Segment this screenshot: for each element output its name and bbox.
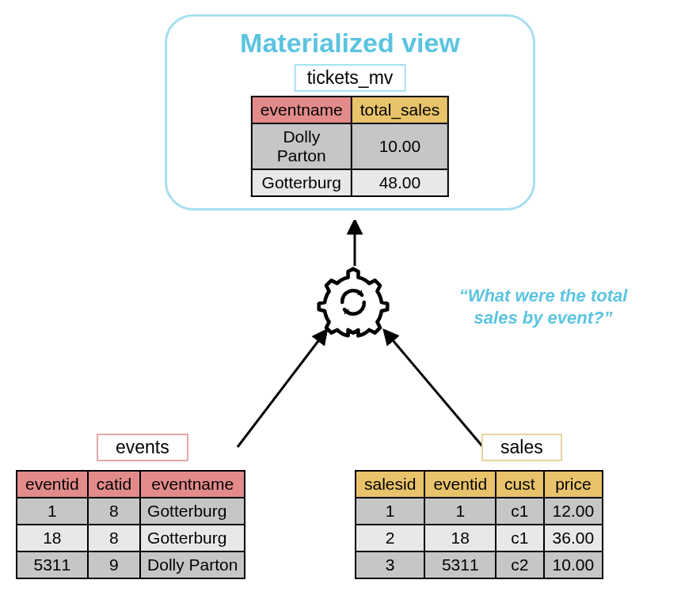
svg-line-2: [388, 335, 483, 447]
cell-eventname: Gotterburg: [140, 525, 245, 551]
cell-catid: 8: [88, 525, 140, 551]
col-total-sales: total_sales: [352, 97, 448, 123]
cell-eventname: Gotterburg: [252, 169, 352, 196]
arrow-gear-to-mv: [347, 220, 363, 269]
table-row: 1 1 c1 12.00: [356, 498, 603, 525]
cell-eventid: 1: [424, 498, 496, 525]
cell-total-sales: 48.00: [352, 169, 448, 196]
materialized-view-title: Materialized view: [167, 28, 533, 59]
cell-eventname: Dolly Parton: [252, 123, 352, 169]
cell-eventid: 5311: [17, 551, 88, 578]
table-row: 1 8 Gotterburg: [17, 498, 245, 525]
cell-salesid: 2: [356, 525, 424, 551]
cell-cust: c2: [496, 551, 544, 578]
cell-price: 12.00: [544, 498, 603, 525]
cell-salesid: 3: [356, 551, 424, 578]
cell-cust: c1: [496, 525, 544, 551]
table-row: 18 8 Gotterburg: [17, 525, 245, 551]
cell-salesid: 1: [356, 498, 424, 525]
sales-table-name: sales: [481, 434, 562, 461]
col-catid: catid: [88, 471, 140, 498]
cell-eventname: Gotterburg: [140, 498, 245, 525]
cell-cust: c1: [496, 498, 544, 525]
col-eventid: eventid: [424, 471, 496, 498]
table-header-row: eventid catid eventname: [17, 471, 245, 498]
cell-eventid: 18: [17, 525, 88, 551]
table-row: Dolly Parton 10.00: [252, 123, 448, 169]
cell-price: 36.00: [544, 525, 603, 551]
table-row: Gotterburg 48.00: [252, 169, 448, 196]
col-eventname: eventname: [252, 97, 352, 123]
arrow-events-to-gear: [230, 328, 356, 455]
table-header-row: salesid eventid cust price: [356, 471, 603, 498]
cell-eventid: 1: [17, 498, 88, 525]
materialized-view-panel: Materialized view tickets_mv eventname t…: [165, 14, 535, 210]
cell-catid: 9: [88, 551, 140, 578]
materialized-view-table: eventname total_sales Dolly Parton 10.00…: [251, 96, 449, 197]
cell-catid: 8: [88, 498, 140, 525]
col-cust: cust: [496, 471, 544, 498]
table-row: 5311 9 Dolly Parton: [17, 551, 245, 578]
col-price: price: [544, 471, 603, 498]
events-table-name: events: [97, 434, 188, 461]
process-gear-icon: [317, 266, 390, 339]
query-quote: “What were the total sales by event?”: [440, 285, 646, 328]
col-eventid: eventid: [17, 471, 88, 498]
cell-total-sales: 10.00: [352, 123, 448, 169]
table-header-row: eventname total_sales: [252, 97, 448, 123]
table-row: 3 5311 c2 10.00: [356, 551, 603, 578]
cell-eventid: 18: [424, 525, 496, 551]
cell-eventname: Dolly Parton: [140, 551, 245, 578]
events-table: eventid catid eventname 1 8 Gotterburg 1…: [16, 470, 245, 579]
col-salesid: salesid: [356, 471, 424, 498]
cell-eventid: 5311: [424, 551, 496, 578]
cell-price: 10.00: [544, 551, 603, 578]
arrow-sales-to-gear: [364, 328, 491, 455]
materialized-view-name: tickets_mv: [295, 64, 406, 92]
svg-line-1: [238, 335, 323, 447]
col-eventname: eventname: [140, 471, 245, 498]
sales-table: salesid eventid cust price 1 1 c1 12.00 …: [355, 470, 603, 579]
table-row: 2 18 c1 36.00: [356, 525, 603, 551]
